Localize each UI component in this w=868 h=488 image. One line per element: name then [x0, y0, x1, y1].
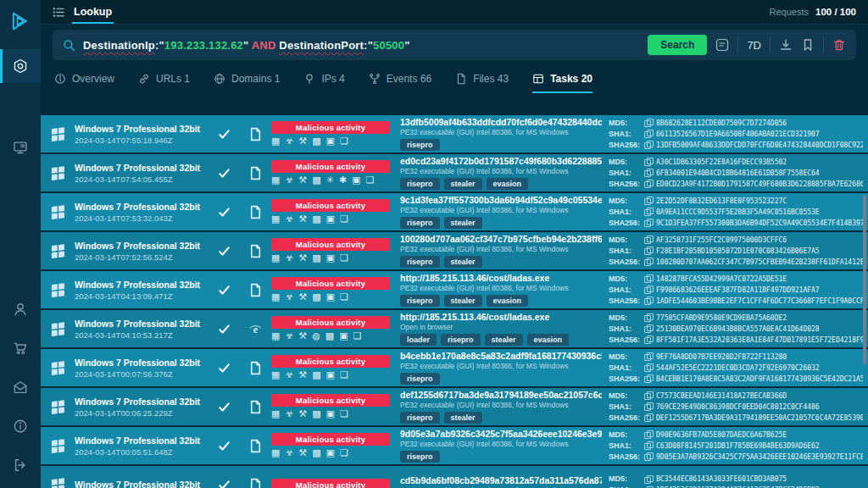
hash-value-sha1[interactable]: 769CE29E49D0C86398DCF0EED04C8012C0CF4486 — [656, 402, 820, 413]
file-name[interactable]: 9c1d3fea37ff557300b3da6b94df52c9a49c0553… — [400, 195, 602, 205]
copy-icon[interactable] — [644, 324, 653, 333]
copy-icon[interactable] — [644, 208, 653, 216]
file-name[interactable]: 100280d707aa062cf347c7b975cfbeb94e2b238f… — [400, 234, 602, 244]
download-icon[interactable] — [779, 38, 793, 52]
file-name[interactable]: ed0cd23a9f4172b0d1791587c49f680b3d622888… — [400, 156, 602, 166]
copy-icon[interactable] — [644, 286, 653, 294]
hash-value-sha1[interactable]: 6FB34001E940B4CD1BB64816E61DB58F7558EC64 — [656, 168, 820, 179]
tag-stealer[interactable]: stealer — [444, 412, 482, 424]
tag-risepro[interactable]: risepro — [400, 256, 440, 268]
hash-value-sha1[interactable]: 66113526567D1E9A66508F406ABA021ECD321907 — [656, 129, 820, 140]
file-name[interactable]: cd5b9da6bf08cb29489a73812a57da311a576da8… — [400, 475, 602, 485]
hash-value-md5[interactable]: A30C1DB63305F22E8A16FDECC93B5502 — [656, 157, 787, 168]
tag-stealer[interactable]: stealer — [485, 334, 523, 346]
hash-value-sha256[interactable]: 9D05E3A7AB9326C3425C7F5AA3426EEE10246E3E… — [656, 452, 863, 463]
task-row[interactable]: Windows 7 Professional 32bit2024-03-14T0… — [41, 427, 868, 464]
hash-value-md5[interactable]: D90E9636FB7AD5E807DAEDC6A67B625E — [656, 430, 787, 441]
file-name[interactable]: 13dfb5009af4b633ddfcdd70fcf6d0e474328440… — [400, 117, 602, 127]
copy-icon[interactable] — [644, 236, 653, 244]
copy-icon[interactable] — [644, 352, 653, 361]
tag-evasion[interactable]: evasion — [487, 178, 529, 190]
task-row[interactable]: Windows 7 Professional 32bit2024-03-14T0… — [41, 310, 868, 347]
hash-value-sha1[interactable]: 1DF42536381627A294A97641362547BCF24DFBB2 — [656, 485, 820, 488]
hash-value-sha256[interactable]: B4CEBB1E170A8E8C5A83C2ADF9FA168177430936… — [656, 374, 863, 385]
copy-icon[interactable] — [644, 141, 653, 149]
file-name[interactable]: b4cebb1e170a8e8c5a83c2adf9fa168177430936… — [400, 351, 602, 361]
tag-stealer[interactable]: stealer — [444, 256, 482, 268]
copy-icon[interactable] — [644, 391, 653, 400]
tag-loader[interactable]: loader — [400, 334, 437, 346]
bookmark-icon[interactable] — [801, 38, 815, 52]
copy-icon[interactable] — [644, 374, 653, 383]
search-input[interactable]: DestinationIp:"193.233.132.62" AND Desti… — [83, 39, 410, 52]
copy-icon[interactable] — [644, 119, 653, 127]
copy-icon[interactable] — [644, 475, 653, 484]
copy-icon[interactable] — [644, 197, 653, 205]
tag-risepro[interactable]: risepro — [400, 373, 440, 385]
copy-icon[interactable] — [644, 258, 653, 266]
hash-value-md5[interactable]: 8B682628E112CDE0D7509C7D7274D056 — [656, 118, 787, 129]
tag-risepro[interactable]: risepro — [400, 412, 440, 424]
hash-value-md5[interactable]: C7573CBEEAD146E31418A27BECAB366D — [656, 391, 787, 402]
tag-risepro[interactable]: risepro — [400, 139, 440, 151]
hash-value-sha1[interactable]: 544AF52E5EC2221DEC0D3CDA72F92E6970C26032 — [656, 363, 820, 374]
sidebar-item-lookup[interactable] — [0, 49, 41, 83]
search-button[interactable]: Search — [648, 35, 707, 55]
hash-value-sha1[interactable]: F9986683626EEEAF387FD82A11BF497DD921AFA7 — [656, 285, 820, 296]
hash-value-sha256[interactable]: 1ADFE544603BE9BBE2EF7C1CFF4F6DC77C3668F7… — [656, 296, 863, 307]
copy-icon[interactable] — [644, 363, 653, 372]
list-icon[interactable] — [53, 6, 65, 19]
task-row[interactable]: Windows 7 Professional 32bitMalicious ac… — [41, 466, 868, 488]
tab-urls[interactable]: URLs 1 — [138, 64, 190, 93]
copy-icon[interactable] — [644, 402, 653, 411]
copy-icon[interactable] — [644, 180, 653, 188]
hash-value-md5[interactable]: 2E2D52DF8B32ED613F8E8F953523227C — [656, 196, 787, 207]
saved-searches-icon[interactable] — [715, 38, 729, 52]
task-row[interactable]: Windows 7 Professional 32bit2024-03-14T0… — [41, 232, 868, 269]
task-row[interactable]: Windows 7 Professional 32bit2024-03-14T0… — [41, 154, 868, 191]
file-name[interactable]: 9d05e3a7ab9326c3425c7f5aa3426eee10246e3e… — [400, 429, 602, 439]
hash-value-sha256[interactable]: 100280D707AA062CF347C7B975CFBEB94E2B238F… — [656, 257, 863, 268]
task-row[interactable]: Windows 7 Professional 32bit2024-03-14T0… — [41, 349, 868, 386]
copy-icon[interactable] — [644, 430, 653, 439]
sidebar-item-profile[interactable] — [0, 290, 41, 329]
hash-value-md5[interactable]: 148287BFCA55D42999A7C0722A5DE51E — [656, 274, 787, 285]
task-row[interactable]: Windows 7 Professional 32bit2024-03-14T0… — [41, 388, 868, 425]
tag-risepro[interactable]: risepro — [441, 334, 481, 346]
tag-risepro[interactable]: risepro — [400, 451, 440, 463]
copy-icon[interactable] — [644, 247, 653, 255]
app-logo-icon[interactable] — [8, 7, 33, 36]
trash-icon[interactable] — [832, 38, 846, 52]
file-name[interactable]: def1255d6717ba3de9a31794189ee50ac21057c6… — [400, 390, 602, 400]
task-row[interactable]: Windows 7 Professional 32bit2024-03-14T0… — [41, 115, 868, 152]
tag-stealer[interactable]: stealer — [444, 295, 482, 307]
copy-icon[interactable] — [644, 274, 653, 283]
tab-events[interactable]: Events 66 — [369, 64, 431, 93]
copy-icon[interactable] — [644, 336, 653, 344]
tag-risepro[interactable]: risepro — [400, 295, 440, 307]
sidebar-item-logout[interactable] — [0, 446, 41, 485]
copy-icon[interactable] — [644, 130, 653, 138]
hash-value-md5[interactable]: 77505CFABD9E9580E9CD9EBA75A60DE2 — [656, 313, 787, 324]
copy-icon[interactable] — [644, 441, 653, 450]
time-range-selector[interactable]: 7D — [747, 39, 761, 52]
copy-icon[interactable] — [644, 313, 653, 322]
scrollbar[interactable] — [863, 195, 866, 364]
hash-value-md5[interactable]: AF3258731F255FC2C09975000D3CFFC6 — [656, 235, 787, 246]
tag-stealer[interactable]: stealer — [444, 217, 482, 229]
copy-icon[interactable] — [644, 219, 653, 227]
task-row[interactable]: Windows 7 Professional 32bit2024-03-14T0… — [41, 193, 868, 230]
file-name[interactable]: http://185.215.113.46/cost/ladas.exe — [400, 312, 602, 322]
sidebar-item-info[interactable] — [0, 407, 41, 446]
tag-risepro[interactable]: risepro — [400, 178, 440, 190]
hash-value-md5[interactable]: BC3544EC86143A3033FE601CBD3AB075 — [656, 474, 787, 485]
tab-files[interactable]: Files 43 — [455, 64, 509, 93]
hash-value-md5[interactable]: 9EF76A8DD07B7EE920D2FB722F113280 — [656, 352, 787, 363]
sidebar-item-sandbox[interactable] — [0, 130, 41, 164]
hash-value-sha1[interactable]: C63D08F8145F201DB1F785BE69B4BE63D9AD6E62 — [656, 441, 820, 452]
tag-evasion[interactable]: evasion — [527, 334, 570, 346]
sidebar-item-mail[interactable] — [0, 368, 41, 407]
hash-value-sha256[interactable]: 13DFB5009AF4B633DDFCDD70FCF6D0E474328440… — [656, 140, 863, 151]
hash-value-sha256[interactable]: 8FF581F17A3E532A20363E8A1E84F47DB17891E5… — [656, 335, 863, 346]
tag-risepro[interactable]: risepro — [400, 217, 440, 229]
